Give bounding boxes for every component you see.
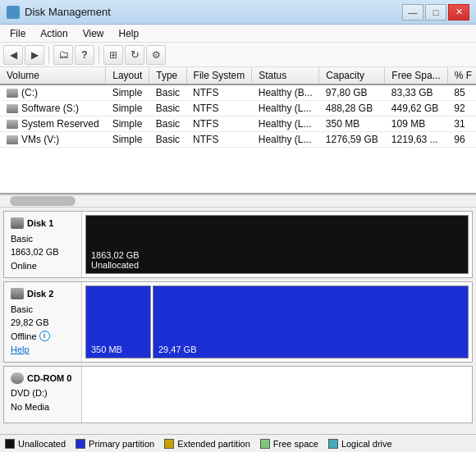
toolbar-forward[interactable]: ▶ bbox=[25, 45, 44, 65]
scroll-thumb[interactable] bbox=[10, 196, 76, 206]
disk2-state-row: Offline i bbox=[11, 330, 75, 344]
table-cell: 1276,59 GB bbox=[319, 132, 385, 148]
disk1-state: Online bbox=[11, 259, 75, 273]
disk2-part1-label: 350 MB bbox=[91, 345, 145, 354]
disk-pane[interactable]: Disk 1 Basic 1863,02 GB Online 1863,02 G… bbox=[0, 208, 476, 434]
col-pct[interactable]: % F bbox=[447, 67, 476, 84]
table-cell: 109 MB bbox=[385, 116, 447, 132]
cdrom-info: CD-ROM 0 DVD (D:) No Media bbox=[4, 367, 82, 422]
table-cell: Simple bbox=[106, 116, 149, 132]
disk2-type: Basic bbox=[11, 303, 75, 317]
horizontal-scrollbar[interactable] bbox=[0, 194, 476, 208]
col-type[interactable]: Type bbox=[149, 67, 186, 84]
toolbar-help[interactable]: ? bbox=[75, 45, 94, 65]
disk2-part2[interactable]: 29,47 GB bbox=[153, 285, 469, 358]
disk2-part1[interactable]: 350 MB bbox=[85, 285, 151, 358]
window-title: Disk Management bbox=[25, 6, 111, 18]
legend-unallocated: Unallocated bbox=[5, 439, 66, 449]
disk2-info-icon[interactable]: i bbox=[39, 331, 50, 341]
table-cell: NTFS bbox=[186, 116, 252, 132]
volume-table-pane: Volume Layout Type File System Status Ca… bbox=[0, 67, 476, 194]
table-cell: 488,28 GB bbox=[319, 101, 385, 116]
table-cell: Healthy (L... bbox=[252, 116, 319, 132]
table-cell: Basic bbox=[149, 84, 186, 101]
legend-swatch-unalloc bbox=[5, 439, 15, 449]
disk2-part2-label: 29,47 GB bbox=[158, 345, 463, 354]
legend-swatch-logical bbox=[328, 439, 338, 449]
title-bar: Disk Management — □ ✕ bbox=[0, 0, 476, 25]
cdrom-name: CD-ROM 0 bbox=[27, 372, 71, 386]
legend-bar: Unallocated Primary partition Extended p… bbox=[0, 434, 476, 452]
table-cell: NTFS bbox=[186, 84, 252, 101]
legend-logical: Logical drive bbox=[328, 439, 392, 449]
col-volume[interactable]: Volume bbox=[0, 67, 106, 84]
legend-swatch-freespace bbox=[260, 439, 270, 449]
legend-swatch-primary bbox=[76, 439, 85, 449]
col-status[interactable]: Status bbox=[252, 67, 319, 84]
legend-freespace: Free space bbox=[260, 439, 318, 449]
minimize-button[interactable]: — bbox=[402, 4, 423, 21]
main-area: Volume Layout Type File System Status Ca… bbox=[0, 67, 476, 434]
table-row[interactable]: VMs (V:)SimpleBasicNTFSHealthy (L...1276… bbox=[0, 132, 476, 148]
disk2-size: 29,82 GB bbox=[11, 316, 75, 330]
col-capacity[interactable]: Capacity bbox=[319, 67, 385, 84]
col-filesystem[interactable]: File System bbox=[186, 67, 252, 84]
toolbar-display[interactable]: ⊞ bbox=[103, 45, 123, 65]
volume-icon bbox=[7, 104, 18, 113]
table-cell: NTFS bbox=[186, 101, 252, 116]
menu-view[interactable]: View bbox=[76, 26, 111, 41]
volume-icon bbox=[7, 135, 18, 144]
legend-extended: Extended partition bbox=[164, 439, 250, 449]
table-cell: 350 MB bbox=[319, 116, 385, 132]
volume-icon bbox=[7, 120, 18, 129]
menu-file[interactable]: File bbox=[3, 26, 32, 41]
disk1-name: Disk 1 bbox=[27, 217, 53, 231]
disk1-icon bbox=[11, 217, 24, 229]
disk1-info: Disk 1 Basic 1863,02 GB Online bbox=[4, 212, 82, 277]
table-cell: 83,33 GB bbox=[385, 84, 447, 101]
legend-primary: Primary partition bbox=[76, 439, 154, 449]
table-cell: 96 bbox=[447, 132, 476, 148]
cdrom-entry: CD-ROM 0 DVD (D:) No Media bbox=[3, 366, 473, 423]
col-freespace[interactable]: Free Spa... bbox=[385, 67, 447, 84]
app-icon bbox=[7, 6, 20, 19]
col-layout[interactable]: Layout bbox=[106, 67, 149, 84]
maximize-button[interactable]: □ bbox=[425, 4, 446, 21]
disk1-entry: Disk 1 Basic 1863,02 GB Online 1863,02 G… bbox=[3, 211, 473, 278]
table-cell: Basic bbox=[149, 132, 186, 148]
table-cell: Software (S:) bbox=[0, 101, 106, 116]
table-cell: 31 bbox=[447, 116, 476, 132]
toolbar-back[interactable]: ◀ bbox=[3, 45, 23, 65]
legend-swatch-extended bbox=[164, 439, 174, 449]
table-cell: Basic bbox=[149, 116, 186, 132]
disk1-size: 1863,02 GB bbox=[11, 245, 75, 259]
disk1-unallocated[interactable]: 1863,02 GB Unallocated bbox=[85, 215, 469, 274]
table-cell: Simple bbox=[106, 101, 149, 116]
disk2-state: Offline bbox=[11, 330, 37, 344]
table-cell: Basic bbox=[149, 101, 186, 116]
table-row[interactable]: Software (S:)SimpleBasicNTFSHealthy (L..… bbox=[0, 101, 476, 116]
table-row[interactable]: System ReservedSimpleBasicNTFSHealthy (L… bbox=[0, 116, 476, 132]
disk2-help-link[interactable]: Help bbox=[11, 345, 30, 354]
cdrom-icon bbox=[11, 372, 24, 384]
legend-label-primary: Primary partition bbox=[89, 439, 154, 449]
window-controls: — □ ✕ bbox=[402, 4, 469, 21]
table-cell: 449,62 GB bbox=[385, 101, 447, 116]
disk1-part-label: 1863,02 GB bbox=[91, 250, 463, 260]
table-cell: NTFS bbox=[186, 132, 252, 148]
table-cell: System Reserved bbox=[0, 116, 106, 132]
disk1-type: Basic bbox=[11, 232, 75, 246]
toolbar-settings[interactable]: ⚙ bbox=[146, 45, 166, 65]
toolbar-folder[interactable]: 🗂 bbox=[53, 45, 73, 65]
menu-action[interactable]: Action bbox=[34, 26, 74, 41]
disk2-icon bbox=[11, 288, 24, 299]
volume-table: Volume Layout Type File System Status Ca… bbox=[0, 67, 476, 148]
menu-help[interactable]: Help bbox=[112, 26, 146, 41]
volume-icon bbox=[7, 89, 18, 98]
cdrom-type: DVD (D:) bbox=[11, 386, 75, 400]
table-row[interactable]: (C:)SimpleBasicNTFSHealthy (B...97,80 GB… bbox=[0, 84, 476, 101]
toolbar-refresh[interactable]: ↻ bbox=[125, 45, 144, 65]
disk1-part-sublabel: Unallocated bbox=[91, 260, 463, 270]
close-button[interactable]: ✕ bbox=[448, 4, 469, 21]
disk2-info: Disk 2 Basic 29,82 GB Offline i Help bbox=[4, 282, 82, 362]
